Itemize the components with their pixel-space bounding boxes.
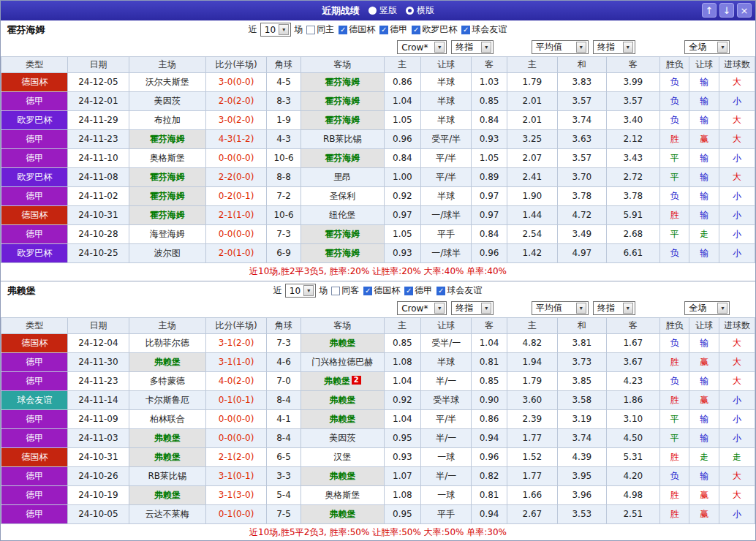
home-team-cell: 布拉加 [129,110,206,129]
layout-radio-horizontal[interactable]: 横版 [406,4,434,17]
layout-radio-vertical[interactable]: 竖版 [368,4,397,17]
europe-home-odds: 1.79 [507,72,557,91]
league-checkbox[interactable]: ✓德国杯 [339,23,375,36]
handicap-company-select[interactable]: Crow*▾ [397,40,447,54]
summary-text: 近10场,胜5平2负3, 胜率:50% 让胜率:50% 大率:50% 单率:30… [1,523,755,541]
column-header: 日期 [68,317,129,333]
handicap-company-select-value: Crow* [401,42,428,53]
handicap-home-odds: 1.04 [384,409,421,428]
filter-cell: 弗赖堡近10▾场同客✓德国杯✓德甲✓球会友谊 [1,281,755,300]
match-row: 德甲24-12-01美因茨2-0(2-0)8-3霍芬海姆1.04半球0.852.… [1,91,755,110]
result-goals: 小 [719,224,755,243]
europe-away-odds: 4.98 [606,485,659,504]
corner-cell: 7-2 [267,186,301,205]
league-checkbox[interactable]: ✓球会友谊 [436,284,482,297]
corner-cell: 4-3 [267,129,301,148]
league-checkbox[interactable]: ✓德甲 [404,284,432,297]
column-header: 角球 [267,56,301,72]
europe-company-select[interactable]: 平均值▾ [532,40,589,54]
result-handicap: 输 [689,243,719,262]
handicap-away-odds: 0.84 [472,110,507,129]
recent-count-select[interactable]: 10▾ [285,284,316,298]
league-checkbox[interactable]: ✓德国杯 [363,284,400,297]
europe-draw-odds: 3.19 [557,409,606,428]
handicap-home-odds: 0.95 [384,504,421,523]
close-button[interactable]: × [737,3,752,18]
result-goals: 小 [719,428,755,447]
column-header: 让球 [689,317,719,333]
handicap-home-odds: 0.95 [384,428,421,447]
filter-controls: 近10▾场同客✓德国杯✓德甲✓球会友谊 [3,284,754,298]
scope-select[interactable]: 全场▾ [684,301,730,315]
handicap-line: 平手 [421,224,472,243]
checkbox-checked-icon: ✓ [404,287,413,295]
result-goals: 小 [719,205,755,224]
scope-select[interactable]: 全场▾ [684,40,730,54]
corner-cell: 7-3 [267,224,301,243]
home-team-cell: 霍芬海姆 [129,129,206,148]
result-outcome: 胜 [659,205,689,224]
europe-draw-odds: 3.57 [557,91,606,110]
handicap-stage-select[interactable]: 终指▾ [451,40,494,54]
competition-type-cell: 德甲 [1,352,68,371]
europe-stage-select[interactable]: 终指▾ [593,301,635,315]
recent-count-select[interactable]: 10▾ [260,23,291,37]
result-outcome: 平 [659,409,689,428]
handicap-line: 一球 [421,447,472,466]
checkbox-checked-icon: ✓ [339,26,347,34]
europe-company-select[interactable]: 平均值▾ [532,301,589,315]
same-venue-checkbox[interactable]: 同主 [306,23,334,36]
league-checkbox[interactable]: ✓欧罗巴杯 [412,23,457,36]
score-cell: 2-1(1-0) [206,205,267,224]
column-header: 客场 [300,56,384,72]
move-down-button[interactable]: ↓ [719,3,734,18]
result-handicap: 赢 [689,504,719,523]
europe-stage-select[interactable]: 终指▾ [593,40,635,54]
recent-label: 近 [249,23,257,36]
competition-type-cell: 德甲 [1,224,68,243]
away-team-cell: 弗赖堡 [300,466,384,485]
corner-cell: 10-6 [267,148,301,167]
same-venue-checkbox[interactable]: 同客 [331,284,359,297]
dropdown-arrow-icon: ▾ [434,42,445,53]
dropdown-arrow-icon: ▾ [623,303,633,314]
match-row: 球会友谊24-11-14卡尔斯鲁厄0-1(0-1)8-4弗赖堡0.92受半球0.… [1,390,755,409]
home-team-cell: 霍芬海姆 [129,205,206,224]
league-checkbox-label: 欧罗巴杯 [422,23,457,36]
result-outcome: 胜 [659,485,689,504]
europe-home-odds: 1.52 [507,447,557,466]
same-venue-checkbox-label: 同客 [341,284,359,297]
handicap-company-select[interactable]: Crow*▾ [397,301,447,315]
league-checkbox[interactable]: ✓球会友谊 [461,23,507,36]
away-team-cell: RB莱比锡 [300,129,384,148]
result-outcome: 负 [659,110,689,129]
move-up-button[interactable]: ↑ [702,3,717,18]
dropdown-arrow-icon: ▾ [576,303,586,314]
europe-away-odds: 2.68 [606,224,659,243]
header-spacer [1,39,385,56]
handicap-away-odds: 0.82 [472,466,507,485]
column-header: 类型 [1,317,68,333]
europe-home-odds: 1.77 [507,428,557,447]
filter-cell: 霍芬海姆近10▾场同主✓德国杯✓德甲✓欧罗巴杯✓球会友谊 [1,20,755,39]
column-header-row: 类型日期主场比分(半场)角球客场主让球客主和客胜负让球进球数 [1,317,755,333]
home-team-cell: 云达不莱梅 [129,504,206,523]
same-venue-checkbox-label: 同主 [317,23,334,36]
handicap-stage-select[interactable]: 终指▾ [451,301,494,315]
europe-away-odds: 5.31 [606,447,659,466]
league-checkbox-label: 德甲 [415,284,432,297]
europe-draw-odds: 3.78 [557,186,606,205]
league-checkbox-label: 球会友谊 [447,284,482,297]
column-header: 主 [384,56,421,72]
result-outcome: 平 [659,428,689,447]
handicap-odds-header: Crow*▾终指▾ [384,300,507,317]
league-checkbox[interactable]: ✓德甲 [379,23,407,36]
date-cell: 24-11-23 [68,371,129,390]
result-handicap: 输 [689,371,719,390]
away-team-cell: 里昂 [300,167,384,186]
result-goals: 小 [719,91,755,110]
titlebar-buttons: ↑ ↓ × [702,3,752,18]
checkbox-checked-icon: ✓ [363,287,372,295]
handicap-away-odds: 0.89 [472,167,507,186]
europe-home-odds: 4.82 [507,333,557,352]
